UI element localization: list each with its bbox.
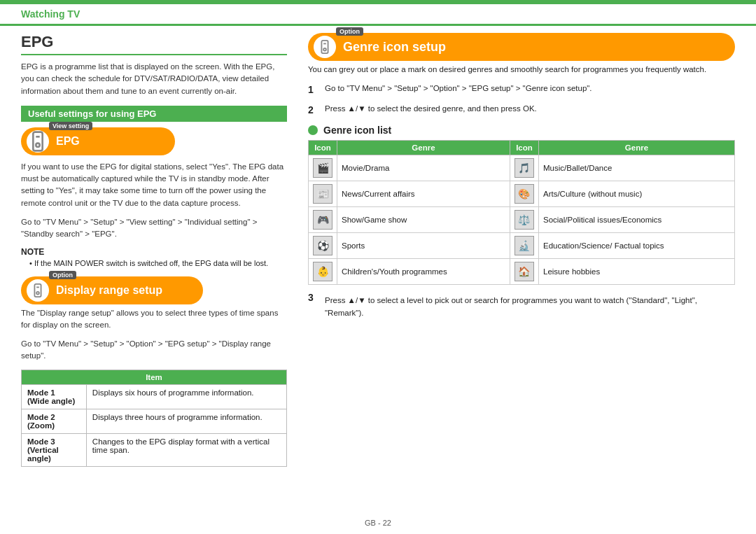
step1: 1 Go to "TV Menu" > "Setup" > "Option" >…	[308, 83, 735, 97]
display-icon	[30, 283, 46, 298]
view-setting-body: If you want to use the EPG for digital s…	[21, 161, 287, 209]
display-range-body: The "Display range setup" allows you to …	[21, 307, 287, 332]
icon-box: 👶	[313, 262, 332, 281]
genre-row-5: 👶 Children's/Youth programmes 🏠 Leisure …	[309, 259, 735, 285]
genre2-row4: Education/Science/ Factual topics	[538, 233, 734, 259]
table-row: Mode 3 (Vertical angle) Changes to the E…	[22, 433, 287, 466]
mode2-desc: Displays three hours of programme inform…	[86, 409, 286, 433]
genre-table: Icon Genre Icon Genre 🎬 Movie/Drama 🎵 Mu…	[308, 140, 735, 285]
genre-list-heading: Genre icon list	[308, 125, 735, 136]
display-range-go: Go to "TV Menu" > "Setup" > "Option" > "…	[21, 338, 287, 363]
genre1-row5: Children's/Youth programmes	[337, 259, 510, 285]
step2-num: 2	[308, 103, 319, 118]
icon-box: 🏠	[514, 262, 534, 281]
step3: 3 Press ▲/▼ to select a level to pick ou…	[308, 292, 735, 319]
mode1-desc: Displays six hours of programme informat…	[86, 384, 286, 409]
remote-icon	[27, 130, 49, 153]
mode2-sub: (Zoom)	[27, 421, 55, 430]
genre-row-3: 🎮 Show/Game show ⚖️ Social/Political iss…	[309, 207, 735, 233]
page-footer: GB - 22	[0, 519, 756, 527]
col-genre1: Genre	[337, 141, 510, 155]
genre1-row3: Show/Game show	[337, 207, 510, 233]
icon-box: ⚽	[313, 236, 332, 255]
genre-row-1: 🎬 Movie/Drama 🎵 Music/Ballet/Dance	[309, 155, 735, 181]
watching-tv-label: Watching TV	[21, 8, 80, 20]
genre2-row2: Arts/Culture (without music)	[538, 181, 734, 207]
svg-point-1	[36, 143, 39, 146]
icon-box: ⚖️	[514, 210, 534, 230]
icon2-row5: 🏠	[510, 259, 538, 285]
genre2-row5: Leisure hobbies	[538, 259, 734, 285]
genre-row-4: ⚽ Sports 🔬 Education/Science/ Factual to…	[309, 233, 735, 259]
icon-box: 🎮	[313, 210, 332, 230]
genre2-row3: Social/Political issues/Economics	[538, 207, 734, 233]
view-setting-tag: View setting	[49, 122, 92, 130]
mode2-title: Mode 2	[27, 413, 55, 421]
view-setting-icon-circle	[27, 130, 49, 153]
icon-box: 🎬	[313, 158, 332, 178]
step2-text: Press ▲/▼ to select the desired genre, a…	[325, 103, 537, 118]
icon1-row1: 🎬	[309, 155, 337, 181]
table-row: Mode 2 (Zoom) Displays three hours of pr…	[22, 409, 287, 433]
icon1-row5: 👶	[309, 259, 337, 285]
main-content: EPG EPG is a programme list that is disp…	[0, 33, 756, 467]
mode3-sub: (Vertical angle)	[27, 446, 59, 463]
genre-list-title: Genre icon list	[323, 125, 391, 136]
genre-description: You can grey out or place a mark on desi…	[308, 64, 735, 76]
mode3-desc: Changes to the EPG display format with a…	[86, 433, 286, 466]
genre-table-header-row: Icon Genre Icon Genre	[309, 141, 735, 155]
step1-num: 1	[308, 83, 319, 97]
genre-row-2: 📰 News/Current affairs 🎨 Arts/Culture (w…	[309, 181, 735, 207]
note-section: NOTE If the MAIN POWER switch is switche…	[21, 247, 287, 269]
note-label: NOTE	[21, 247, 287, 257]
icon-box: 📰	[313, 184, 332, 204]
genre-setup-title: Genre icon setup	[343, 40, 446, 55]
genre-setup-wrapper: Option Genre icon setup	[308, 33, 735, 61]
view-setting-banner: View setting EPG	[21, 127, 175, 155]
mode1-title: Mode 1	[27, 388, 55, 397]
mode3-label: Mode 3 (Vertical angle)	[22, 433, 87, 466]
mode1-sub: (Wide angle)	[27, 397, 75, 405]
svg-point-4	[36, 291, 39, 294]
icon-box: 🎵	[514, 158, 534, 178]
svg-point-7	[323, 48, 326, 51]
right-column: Option Genre icon setup You can grey out…	[308, 33, 735, 467]
option-tag-genre: Option	[336, 27, 363, 36]
step2: 2 Press ▲/▼ to select the desired genre,…	[308, 103, 735, 118]
icon2-row4: 🔬	[510, 233, 538, 259]
watching-tv-header: Watching TV	[0, 4, 756, 26]
icon-box: 🎨	[514, 184, 534, 204]
view-setting-go: Go to "TV Menu" > "Setup" > "View settin…	[21, 216, 287, 241]
steps-list: 1 Go to "TV Menu" > "Setup" > "Option" >…	[308, 83, 735, 118]
display-range-banner: Option Display range setup	[21, 276, 203, 304]
genre-setup-banner: Option Genre icon setup	[308, 33, 735, 61]
mode3-title: Mode 3	[27, 437, 55, 446]
display-range-wrapper: Option Display range setup	[21, 276, 287, 304]
page-number: GB - 22	[365, 519, 391, 527]
mode1-label: Mode 1 (Wide angle)	[22, 384, 87, 409]
col-icon1: Icon	[309, 141, 337, 155]
genre1-row1: Movie/Drama	[337, 155, 510, 181]
epg-description: EPG is a programme list that is displaye…	[21, 61, 287, 97]
genre1-row4: Sports	[337, 233, 510, 259]
left-column: EPG EPG is a programme list that is disp…	[21, 33, 287, 467]
col-icon2: Icon	[510, 141, 538, 155]
icon2-row1: 🎵	[510, 155, 538, 181]
icon1-row2: 📰	[309, 181, 337, 207]
table-row: Mode 1 (Wide angle) Displays six hours o…	[22, 384, 287, 409]
genre-remote-icon	[317, 39, 332, 55]
table-header: Item	[22, 370, 287, 384]
page-container: Watching TV EPG EPG is a programme list …	[0, 0, 756, 534]
col-genre2: Genre	[538, 141, 734, 155]
view-setting-wrapper: View setting EPG	[21, 127, 287, 155]
view-setting-text: EPG	[56, 135, 80, 148]
step3-text: Press ▲/▼ to select a level to pick out …	[325, 295, 735, 319]
genre2-row1: Music/Ballet/Dance	[538, 155, 734, 181]
option-tag-display: Option	[49, 271, 76, 279]
icon2-row2: 🎨	[510, 181, 538, 207]
display-range-text: Display range setup	[56, 284, 162, 297]
icon-box: 🔬	[514, 236, 534, 255]
genre1-row2: News/Current affairs	[337, 181, 510, 207]
icon2-row3: ⚖️	[510, 207, 538, 233]
useful-settings-heading: Useful settings for using EPG	[21, 106, 287, 122]
